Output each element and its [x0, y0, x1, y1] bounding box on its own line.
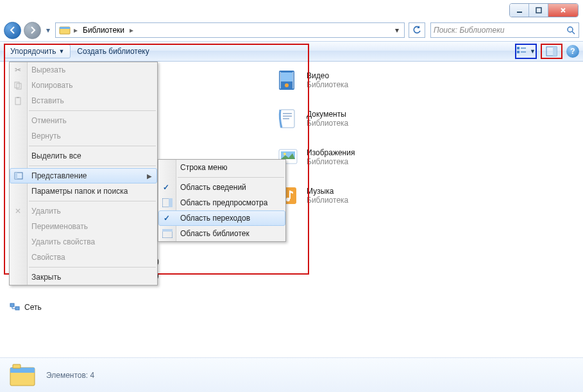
chevron-right-icon: ▶ — [147, 173, 152, 180]
copy-icon — [13, 80, 23, 90]
svg-rect-31 — [10, 303, 14, 307]
menu-item-paste[interactable]: Вставить — [10, 93, 157, 108]
svg-rect-42 — [162, 229, 173, 232]
submenu-item-library-pane[interactable]: Область библиотек — [158, 226, 285, 241]
navigation-bar: ▾ ▸ Библиотеки ▸ ▾ Поиск: Библиотеки — [0, 19, 583, 41]
svg-rect-3 — [60, 27, 70, 29]
svg-rect-8 — [521, 51, 526, 53]
address-dropdown[interactable]: ▾ — [391, 26, 403, 35]
menu-item-close[interactable]: Закрыть — [10, 269, 157, 285]
svg-rect-38 — [15, 173, 17, 179]
svg-point-22 — [283, 153, 286, 155]
svg-rect-5 — [517, 47, 520, 49]
help-button[interactable]: ? — [566, 45, 579, 58]
search-input[interactable]: Поиск: Библиотеки — [430, 22, 579, 38]
library-item-video[interactable]: ВидеоБиблиотека — [276, 68, 355, 92]
cut-icon: ✂ — [13, 65, 23, 75]
preview-pane-icon — [162, 198, 173, 207]
svg-rect-7 — [521, 47, 526, 49]
svg-rect-36 — [17, 97, 19, 98]
svg-rect-40 — [169, 198, 173, 207]
svg-rect-14 — [292, 72, 294, 89]
preview-pane-button[interactable] — [541, 44, 562, 59]
maximize-button[interactable] — [529, 4, 548, 17]
submenu-item-preview-pane[interactable]: Область предпросмотра — [158, 195, 285, 210]
menu-item-cut[interactable]: ✂Вырезать — [10, 62, 157, 78]
network-icon — [9, 302, 21, 313]
documents-library-icon — [276, 107, 300, 131]
layout-icon — [13, 171, 24, 181]
svg-rect-6 — [517, 51, 520, 53]
svg-rect-12 — [281, 72, 292, 81]
chevron-right-icon: ▸ — [128, 26, 135, 35]
refresh-button[interactable] — [409, 22, 425, 38]
details-summary: Элементов: 4 — [46, 371, 94, 380]
chevron-right-icon: ▸ — [72, 26, 79, 35]
svg-rect-0 — [517, 12, 522, 13]
library-pane-icon — [162, 229, 173, 238]
check-icon: ✓ — [164, 214, 170, 223]
delete-icon: ✕ — [13, 206, 23, 216]
menu-item-undo[interactable]: Отменить — [10, 113, 157, 128]
organize-button[interactable]: Упорядочить ▼ — [4, 44, 71, 58]
video-library-icon — [276, 68, 300, 92]
layout-submenu: Строка меню ✓Область сведений Область пр… — [158, 159, 286, 242]
check-icon: ✓ — [163, 183, 169, 192]
organize-menu: ✂Вырезать Копировать Вставить Отменить В… — [9, 62, 158, 285]
library-item-music[interactable]: МузыкаБиблиотека — [276, 183, 355, 208]
menu-item-rename[interactable]: Переименовать — [10, 219, 157, 234]
svg-point-15 — [285, 83, 289, 87]
change-view-button[interactable]: ▼ — [515, 44, 537, 59]
svg-rect-19 — [283, 118, 289, 119]
svg-rect-10 — [553, 47, 557, 56]
command-bar: Упорядочить ▼ Создать библиотеку ▼ ? — [0, 41, 583, 62]
menu-item-layout[interactable]: Представление▶ — [10, 168, 157, 183]
submenu-item-menu-bar[interactable]: Строка меню — [158, 160, 285, 175]
svg-point-24 — [286, 198, 290, 201]
libraries-large-icon — [9, 362, 37, 388]
svg-rect-1 — [536, 8, 541, 13]
library-list: ВидеоБиблиотека ДокументыБиблиотека Изоб… — [276, 68, 355, 222]
search-placeholder: Поиск: Библиотеки — [434, 26, 504, 35]
window-controls — [509, 3, 579, 17]
breadcrumb-libraries[interactable]: Библиотеки — [79, 26, 128, 35]
svg-rect-32 — [15, 307, 19, 310]
svg-point-4 — [568, 27, 573, 32]
svg-rect-18 — [283, 115, 292, 117]
details-pane: Элементов: 4 — [0, 357, 583, 392]
svg-rect-45 — [13, 364, 21, 368]
menu-item-delete[interactable]: ✕Удалить — [10, 203, 157, 219]
paste-icon — [13, 96, 23, 106]
menu-item-folder-options[interactable]: Параметры папок и поиска — [10, 183, 157, 199]
libraries-icon — [59, 24, 71, 36]
forward-button[interactable] — [24, 22, 41, 39]
svg-rect-13 — [280, 72, 281, 89]
submenu-item-navigation-pane[interactable]: ✓Область переходов — [158, 210, 285, 226]
submenu-item-details-pane[interactable]: ✓Область сведений — [158, 180, 285, 195]
chevron-down-icon: ▼ — [530, 48, 536, 55]
tree-item-network[interactable]: Сеть — [9, 300, 176, 314]
menu-item-redo[interactable]: Вернуть — [10, 128, 157, 144]
minimize-button[interactable] — [510, 4, 529, 17]
library-item-documents[interactable]: ДокументыБиблиотека — [276, 107, 355, 131]
svg-rect-35 — [15, 98, 21, 105]
menu-item-select-all[interactable]: Выделить все — [10, 148, 157, 164]
address-bar[interactable]: ▸ Библиотеки ▸ ▾ — [55, 22, 405, 38]
svg-rect-17 — [283, 113, 292, 114]
library-item-pictures[interactable]: ИзображенияБиблиотека — [276, 145, 355, 169]
history-dropdown[interactable]: ▾ — [44, 22, 53, 39]
back-button[interactable] — [4, 22, 21, 39]
menu-item-properties[interactable]: Свойства — [10, 250, 157, 265]
search-icon — [566, 26, 575, 35]
create-library-button[interactable]: Создать библиотеку — [71, 44, 155, 58]
chevron-down-icon: ▼ — [58, 48, 64, 55]
menu-item-remove-properties[interactable]: Удалить свойства — [10, 234, 157, 250]
close-button[interactable] — [548, 4, 578, 17]
menu-item-copy[interactable]: Копировать — [10, 78, 157, 93]
